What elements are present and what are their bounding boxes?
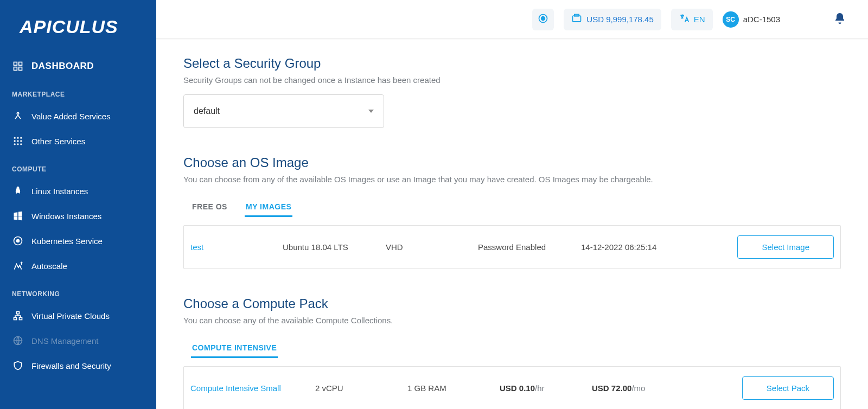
select-pack-button[interactable]: Select Pack	[742, 376, 834, 400]
sidebar-item-autoscale[interactable]: Autoscale	[0, 253, 156, 278]
windows-icon	[12, 210, 24, 222]
compute-pack-subtitle: You can choose any of the available Comp…	[183, 316, 841, 325]
os-image-tabs: FREE OS MY IMAGES	[183, 198, 841, 218]
svg-point-13	[20, 143, 22, 145]
image-os: Ubuntu 18.04 LTS	[283, 242, 386, 252]
pack-price-hourly: USD 0.10/hr	[500, 384, 592, 393]
pack-name[interactable]: Compute Intensive Small	[190, 384, 315, 393]
notifications-button[interactable]	[833, 12, 846, 27]
sidebar-item-label: Kubernetes Service	[31, 237, 103, 246]
grid-icon	[12, 135, 24, 147]
dashboard-icon	[12, 60, 24, 72]
os-image-table: test Ubuntu 18.04 LTS VHD Password Enabl…	[183, 225, 841, 269]
svg-rect-16	[17, 312, 20, 314]
compute-pack-title: Choose a Compute Pack	[183, 296, 841, 311]
svg-point-12	[17, 143, 18, 145]
sidebar-item-label: Virtual Private Clouds	[31, 311, 110, 321]
sidebar-item-label: DASHBOARD	[31, 61, 94, 72]
security-group-title: Select a Security Group	[183, 56, 841, 71]
security-group-subtitle: Security Groups can not be changed once …	[183, 75, 841, 85]
svg-rect-2	[14, 67, 17, 71]
sidebar-item-windows-instances[interactable]: Windows Instances	[0, 203, 156, 228]
image-auth: Password Enabled	[478, 242, 581, 252]
sidebar-section-marketplace: MARKETPLACE	[0, 79, 156, 104]
avatar: SC	[723, 11, 739, 28]
sidebar-item-label: Other Services	[31, 137, 85, 146]
autoscale-icon	[12, 260, 24, 272]
content-area: Select a Security Group Security Groups …	[156, 39, 868, 409]
sidebar-item-linux-instances[interactable]: Linux Instances	[0, 178, 156, 203]
services-icon	[12, 110, 24, 122]
svg-point-10	[20, 140, 22, 142]
shield-icon	[12, 360, 24, 372]
network-icon	[12, 310, 24, 322]
sidebar-item-label: Autoscale	[31, 261, 67, 271]
topbar: USD 9,999,178.45 EN SC aDC-1503	[156, 0, 868, 39]
sidebar: APICULUS DASHBOARD MARKETPLACE Value Add…	[0, 0, 156, 409]
svg-point-7	[20, 137, 22, 139]
username: aDC-1503	[743, 15, 780, 24]
security-group-select[interactable]: default	[183, 94, 384, 128]
svg-point-8	[14, 140, 16, 142]
region-selector[interactable]	[532, 9, 554, 30]
tab-compute-intensive[interactable]: COMPUTE INTENSIVE	[191, 339, 278, 358]
pack-price-monthly: USD 72.00/mo	[592, 384, 742, 393]
brand-logo: APICULUS	[0, 0, 156, 54]
svg-rect-18	[20, 317, 22, 319]
sidebar-item-label: Firewalls and Security	[31, 361, 111, 370]
sidebar-item-dns: DNS Management	[0, 328, 156, 353]
security-group-selected: default	[194, 106, 220, 116]
pack-action-cell: Select Pack	[742, 376, 834, 400]
sidebar-item-label: Value Added Services	[31, 112, 111, 121]
sidebar-item-kubernetes[interactable]: Kubernetes Service	[0, 228, 156, 253]
pack-ram: 1 GB RAM	[407, 384, 500, 393]
sidebar-item-firewalls[interactable]: Firewalls and Security	[0, 353, 156, 378]
balance-amount: USD 9,999,178.45	[586, 15, 653, 24]
sidebar-item-label: DNS Management	[31, 336, 98, 346]
svg-point-6	[17, 137, 18, 139]
svg-point-9	[17, 140, 18, 142]
sidebar-item-label: Linux Instances	[31, 187, 88, 196]
svg-point-21	[541, 17, 545, 21]
language-code: EN	[694, 15, 705, 24]
translate-icon	[679, 13, 690, 25]
globe-icon	[12, 335, 24, 347]
table-row: test Ubuntu 18.04 LTS VHD Password Enabl…	[184, 226, 840, 269]
image-action-cell: Select Image	[737, 235, 834, 259]
sidebar-item-dashboard[interactable]: DASHBOARD	[0, 54, 156, 79]
user-menu[interactable]: SC aDC-1503	[723, 11, 780, 28]
sidebar-section-networking: NETWORKING	[0, 278, 156, 303]
svg-point-5	[14, 137, 16, 139]
globe-region-icon	[538, 13, 548, 25]
svg-point-11	[14, 143, 16, 145]
select-image-button[interactable]: Select Image	[737, 235, 834, 259]
svg-rect-3	[19, 67, 22, 71]
image-created: 14-12-2022 06:25:14	[581, 242, 737, 252]
svg-point-4	[17, 112, 18, 114]
wallet-icon	[571, 13, 582, 25]
os-image-subtitle: You can choose from any of the available…	[183, 175, 841, 184]
sidebar-section-compute: COMPUTE	[0, 154, 156, 178]
balance-chip[interactable]: USD 9,999,178.45	[564, 9, 661, 30]
os-image-title: Choose an OS Image	[183, 155, 841, 170]
chevron-down-icon	[368, 110, 374, 113]
svg-rect-0	[14, 62, 17, 66]
sidebar-item-value-added-services[interactable]: Value Added Services	[0, 104, 156, 129]
pack-vcpu: 2 vCPU	[315, 384, 407, 393]
sidebar-item-other-services[interactable]: Other Services	[0, 129, 156, 154]
language-selector[interactable]: EN	[671, 9, 713, 30]
bell-icon	[833, 17, 846, 27]
svg-rect-17	[14, 317, 17, 319]
svg-point-15	[17, 240, 20, 242]
compute-pack-table: Compute Intensive Small 2 vCPU 1 GB RAM …	[183, 366, 841, 409]
image-name[interactable]: test	[190, 242, 283, 252]
svg-rect-1	[19, 62, 22, 66]
table-row: Compute Intensive Small 2 vCPU 1 GB RAM …	[184, 367, 840, 409]
tab-my-images[interactable]: MY IMAGES	[245, 198, 292, 217]
tab-free-os[interactable]: FREE OS	[191, 198, 228, 217]
sidebar-item-label: Windows Instances	[31, 212, 101, 221]
sidebar-item-vpc[interactable]: Virtual Private Clouds	[0, 303, 156, 328]
kubernetes-icon	[12, 235, 24, 247]
compute-pack-tabs: COMPUTE INTENSIVE	[183, 339, 841, 359]
linux-icon	[12, 185, 24, 197]
